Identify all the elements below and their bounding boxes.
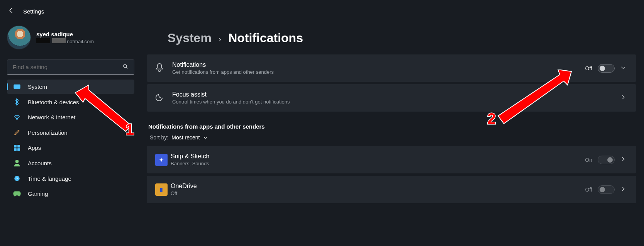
app-row-onedrive[interactable]: ▮ OneDrive Off Off bbox=[147, 176, 636, 203]
sidebar-item-accounts[interactable]: Accounts bbox=[7, 156, 134, 170]
gamepad-icon bbox=[13, 191, 21, 197]
svg-rect-6 bbox=[18, 148, 20, 151]
annotation-number-1: 1 bbox=[125, 121, 134, 138]
breadcrumb-current: Notifications bbox=[228, 31, 303, 45]
sidebar-item-time[interactable]: Time & language bbox=[7, 171, 134, 186]
sidebar-item-gaming[interactable]: Gaming bbox=[7, 187, 134, 201]
chevron-right-icon[interactable] bbox=[620, 186, 628, 193]
focus-assist-card[interactable]: Focus assist Control times when you do a… bbox=[147, 84, 636, 112]
breadcrumb: System › Notifications bbox=[168, 31, 636, 45]
clock-icon bbox=[13, 175, 21, 182]
chevron-right-icon[interactable] bbox=[620, 94, 628, 102]
sort-dropdown[interactable]: Most recent bbox=[171, 134, 208, 141]
toggle-state-label: Off bbox=[585, 187, 592, 193]
sidebar-item-system[interactable]: System bbox=[7, 80, 134, 94]
search-icon bbox=[122, 63, 129, 71]
bluetooth-icon bbox=[13, 98, 21, 105]
profile-email: notmail.com bbox=[36, 38, 94, 44]
chevron-down-icon[interactable] bbox=[620, 64, 628, 72]
search-input[interactable] bbox=[13, 64, 122, 70]
sort-row[interactable]: Sort by: Most recent bbox=[150, 134, 636, 141]
app-name: Snip & Sketch bbox=[171, 153, 585, 160]
svg-point-7 bbox=[15, 160, 19, 163]
avatar bbox=[7, 25, 31, 49]
card-subtitle: Get notifications from apps and other se… bbox=[172, 69, 585, 75]
svg-rect-3 bbox=[14, 145, 17, 147]
system-icon bbox=[13, 84, 21, 90]
person-icon bbox=[13, 159, 21, 166]
sidebar-item-label: System bbox=[28, 83, 47, 90]
sidebar-item-apps[interactable]: Apps bbox=[7, 141, 134, 155]
sidebar-item-bluetooth[interactable]: Bluetooth & devices bbox=[7, 95, 134, 109]
app-title: Settings bbox=[23, 8, 44, 15]
apps-icon bbox=[13, 145, 21, 151]
sort-label: Sort by: bbox=[150, 134, 168, 141]
toggle-state-label: On bbox=[585, 157, 592, 163]
sidebar-nav: System Bluetooth & devices Network & int… bbox=[7, 80, 134, 201]
section-heading: Notifications from apps and other sender… bbox=[148, 123, 636, 130]
sidebar-item-label: Network & internet bbox=[28, 114, 75, 120]
notifications-card[interactable]: Notifications Get notifications from app… bbox=[147, 54, 636, 82]
svg-rect-5 bbox=[14, 148, 17, 151]
sidebar-item-network[interactable]: Network & internet bbox=[7, 110, 134, 124]
app-name: OneDrive bbox=[171, 183, 585, 190]
wifi-icon bbox=[13, 115, 21, 120]
sidebar-item-label: Gaming bbox=[28, 190, 48, 197]
brush-icon bbox=[13, 129, 21, 136]
card-title: Focus assist bbox=[172, 91, 620, 98]
snip-sketch-icon: ✦ bbox=[155, 154, 168, 166]
toggle-state-label: Off bbox=[585, 65, 592, 71]
breadcrumb-parent[interactable]: System bbox=[168, 31, 212, 45]
app-row-snip[interactable]: ✦ Snip & Sketch Banners, Sounds On bbox=[147, 146, 636, 173]
annotation-number-2: 2 bbox=[487, 110, 496, 127]
svg-point-0 bbox=[124, 64, 127, 67]
svg-rect-4 bbox=[18, 145, 20, 147]
sidebar-item-label: Accounts bbox=[28, 160, 52, 166]
back-button[interactable] bbox=[8, 7, 15, 15]
chevron-right-icon[interactable] bbox=[620, 156, 628, 164]
onedrive-icon: ▮ bbox=[155, 183, 168, 196]
notifications-toggle[interactable] bbox=[598, 64, 615, 73]
svg-rect-1 bbox=[14, 85, 20, 89]
sidebar-item-label: Personalization bbox=[28, 129, 68, 136]
card-subtitle: Control times when you do and don't get … bbox=[172, 99, 620, 105]
sidebar-item-label: Bluetooth & devices bbox=[28, 99, 79, 105]
chevron-right-icon: › bbox=[219, 34, 221, 44]
sidebar-item-label: Time & language bbox=[28, 175, 71, 182]
svg-point-2 bbox=[17, 119, 17, 120]
bell-icon bbox=[155, 63, 169, 74]
sidebar-item-personalization[interactable]: Personalization bbox=[7, 125, 134, 140]
app-toggle[interactable] bbox=[598, 156, 615, 164]
moon-icon bbox=[155, 93, 169, 103]
sidebar-item-label: Apps bbox=[28, 144, 41, 151]
search-input-wrap[interactable] bbox=[7, 59, 134, 75]
app-sub: Off bbox=[171, 190, 585, 196]
card-title: Notifications bbox=[172, 61, 585, 68]
app-sub: Banners, Sounds bbox=[171, 161, 585, 166]
profile-name: syed sadique bbox=[36, 31, 94, 37]
app-toggle[interactable] bbox=[598, 185, 615, 194]
profile-block[interactable]: syed sadique notmail.com bbox=[7, 25, 134, 56]
